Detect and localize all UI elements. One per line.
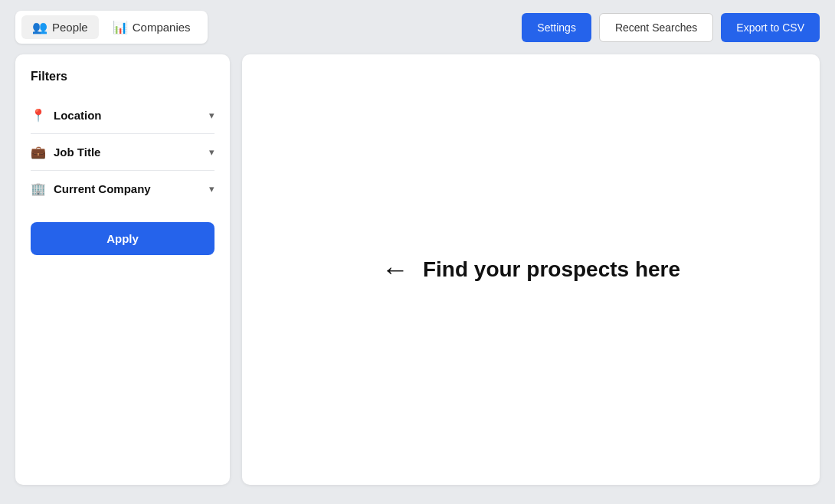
app-container: 👥 People 📊 Companies Settings Recent Sea… xyxy=(0,0,835,500)
filter-job-title[interactable]: 💼 Job Title ▾ xyxy=(31,134,214,171)
filter-location-label: Location xyxy=(54,109,102,122)
job-title-icon: 💼 xyxy=(31,145,46,159)
people-icon: 👥 xyxy=(32,20,47,34)
tab-group: 👥 People 📊 Companies xyxy=(15,11,208,44)
location-chevron-icon: ▾ xyxy=(209,110,214,121)
settings-button[interactable]: Settings xyxy=(522,13,591,42)
main-content: Filters 📍 Location ▾ 💼 Job Title ▾ 🏢 C xyxy=(0,54,835,500)
recent-searches-button[interactable]: Recent Searches xyxy=(599,13,713,42)
filters-title: Filters xyxy=(31,70,214,83)
arrow-left-icon: ← xyxy=(381,254,409,286)
filter-job-title-label: Job Title xyxy=(54,146,100,159)
export-csv-button[interactable]: Export to CSV xyxy=(721,13,820,42)
tab-people-label: People xyxy=(52,21,88,34)
location-icon: 📍 xyxy=(31,108,46,123)
job-title-chevron-icon: ▾ xyxy=(209,146,214,158)
results-panel: ← Find your prospects here xyxy=(242,54,820,485)
current-company-icon: 🏢 xyxy=(31,182,46,196)
header: 👥 People 📊 Companies Settings Recent Sea… xyxy=(0,0,835,54)
empty-state-text: Find your prospects here xyxy=(423,257,680,282)
current-company-chevron-icon: ▾ xyxy=(209,183,214,195)
tab-people[interactable]: 👥 People xyxy=(21,15,99,39)
filter-location[interactable]: 📍 Location ▾ xyxy=(31,97,214,134)
header-actions: Settings Recent Searches Export to CSV xyxy=(522,13,820,42)
companies-icon: 📊 xyxy=(113,20,128,34)
filters-panel: Filters 📍 Location ▾ 💼 Job Title ▾ 🏢 C xyxy=(15,54,230,485)
empty-state: ← Find your prospects here xyxy=(381,254,680,286)
apply-button[interactable]: Apply xyxy=(31,222,214,255)
filter-current-company-label: Current Company xyxy=(54,182,151,195)
tab-companies[interactable]: 📊 Companies xyxy=(102,15,201,39)
tab-companies-label: Companies xyxy=(133,21,191,34)
filter-current-company[interactable]: 🏢 Current Company ▾ xyxy=(31,171,214,207)
